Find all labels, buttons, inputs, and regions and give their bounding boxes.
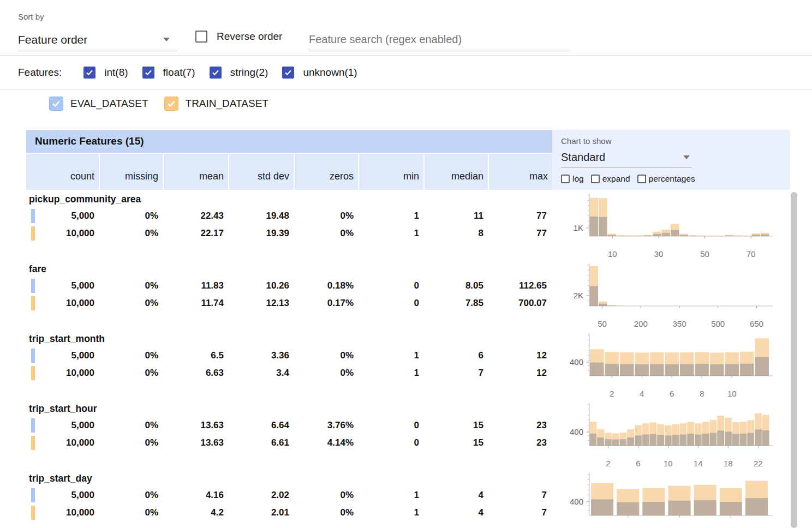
cell-min: 1 (359, 225, 425, 242)
percentages-label: percentages (649, 174, 695, 184)
histogram-pickup_community_area[interactable]: 1K10305070 (552, 192, 790, 262)
cell-min: 1 (359, 347, 425, 364)
chart-to-show-label: Chart to show (561, 136, 790, 146)
feature-type-checkbox-string[interactable] (210, 67, 222, 79)
cell-count: 5,000 (26, 417, 100, 434)
cell-min: 0 (359, 417, 425, 434)
svg-text:10: 10 (727, 389, 737, 398)
svg-text:500: 500 (711, 319, 725, 328)
train-dataset-swatch (31, 296, 35, 310)
column-header-count: count (26, 153, 100, 190)
numeric-features-table-body: pickup_community_area5,0000%22.4319.480%… (26, 192, 552, 528)
feature-block-trip_start_month: trip_start_month5,0000%6.53.360%161210,0… (26, 332, 552, 401)
svg-text:6: 6 (636, 459, 640, 468)
cell-count: 5,000 (26, 277, 100, 295)
cell-zeros: 0% (295, 347, 359, 364)
cell-std-dev: 2.01 (229, 504, 295, 521)
reverse-order-label: Reverse order (217, 31, 282, 43)
cell-count: 10,000 (26, 225, 100, 242)
cell-zeros: 4.14% (295, 434, 359, 452)
table-row-train: 10,0000%22.1719.390%1877 (26, 225, 552, 242)
cell-std-dev: 3.4 (229, 364, 295, 382)
cell-median: 8.05 (425, 277, 489, 295)
feature-name: pickup_community_area (26, 192, 552, 207)
vertical-scrollbar[interactable] (791, 192, 797, 528)
check-icon (211, 68, 220, 77)
svg-text:2K: 2K (574, 291, 583, 300)
dataset-eval: EVAL_DATASET (49, 97, 148, 111)
table-title: Numeric Features (15) (26, 130, 552, 153)
table-row-eval: 5,0000%4.162.020%147 (26, 487, 552, 504)
svg-text:8: 8 (700, 389, 704, 398)
histogram-fare[interactable]: 2K50200350500650 (552, 262, 790, 332)
cell-max: 700.07 (489, 295, 552, 312)
feature-type-label-unknown: unknown(1) (303, 67, 357, 79)
cell-count: 10,000 (26, 434, 100, 452)
cell-missing: 0% (100, 225, 164, 242)
svg-text:10: 10 (664, 459, 673, 468)
cell-min: 1 (359, 504, 425, 521)
svg-text:400: 400 (570, 357, 583, 367)
feature-type-checkbox-float[interactable] (142, 67, 154, 79)
cell-min: 1 (359, 207, 425, 225)
feature-type-checkbox-int[interactable] (83, 67, 95, 79)
eval-dataset-swatch (31, 418, 35, 433)
sort-by-value: Feature order (18, 33, 87, 46)
cell-count: 5,000 (26, 347, 100, 364)
dataset-checkbox-train[interactable] (164, 97, 178, 111)
column-header-row: count missing mean std dev zeros min med… (26, 153, 552, 190)
feature-block-pickup_community_area: pickup_community_area5,0000%22.4319.480%… (26, 192, 552, 262)
cell-zeros: 0.17% (295, 295, 359, 312)
svg-text:14: 14 (694, 459, 703, 468)
histogram-trip_start_day[interactable]: 400246 (552, 471, 790, 528)
cell-median: 7.85 (425, 295, 489, 312)
reverse-order-checkbox[interactable] (195, 31, 207, 43)
histogram-svg-fare: 2K50200350500650 (552, 262, 790, 332)
cell-count: 5,000 (26, 487, 100, 504)
cell-std-dev: 12.13 (229, 295, 295, 312)
feature-block-trip_start_hour: trip_start_hour5,0000%13.636.643.76%0152… (26, 401, 552, 471)
feature-search-input[interactable] (309, 28, 571, 51)
cell-zeros: 0% (295, 207, 359, 225)
dataset-legend: EVAL_DATASET TRAIN_DATASET (49, 91, 268, 117)
cell-max: 112.65 (489, 277, 552, 295)
histogram-svg-trip_start_month: 400246810 (552, 332, 790, 401)
percentages-checkbox[interactable] (637, 175, 646, 183)
svg-text:2: 2 (610, 389, 614, 398)
sort-by-select[interactable]: Feature order (18, 28, 177, 51)
cell-min: 0 (359, 434, 425, 452)
column-header-zeros: zeros (295, 153, 359, 190)
cell-mean: 6.5 (164, 347, 229, 364)
sort-by-label: Sort by (18, 12, 44, 21)
dataset-checkbox-eval[interactable] (49, 97, 63, 111)
cell-missing: 0% (100, 207, 164, 225)
cell-zeros: 3.76% (295, 417, 359, 434)
cell-max: 23 (489, 417, 552, 434)
feature-name: trip_start_month (26, 332, 552, 347)
table-row-train: 10,0000%11.7412.130.17%07.85700.07 (26, 295, 552, 312)
expand-checkbox[interactable] (591, 175, 600, 183)
histogram-svg-trip_start_hour: 4002610141822 (552, 401, 790, 471)
cell-std-dev: 6.61 (229, 434, 295, 452)
column-header-stddev: std dev (229, 153, 295, 190)
dataset-label-eval: EVAL_DATASET (70, 98, 148, 110)
feature-name: trip_start_hour (26, 401, 552, 417)
feature-type-checkbox-unknown[interactable] (282, 67, 294, 79)
chart-type-select[interactable]: Standard (561, 148, 692, 167)
train-dataset-swatch (31, 506, 35, 520)
svg-text:18: 18 (724, 459, 733, 468)
cell-min: 1 (359, 364, 425, 382)
cell-max: 12 (489, 347, 552, 364)
toolbar: Sort by Feature order Reverse order (0, 0, 812, 56)
cell-median: 15 (425, 417, 489, 434)
histogram-trip_start_hour[interactable]: 4002610141822 (552, 401, 790, 471)
dataset-label-train: TRAIN_DATASET (186, 98, 268, 110)
histogram-trip_start_month[interactable]: 400246810 (552, 332, 790, 401)
chart-to-show-panel: Chart to show Standard log expand percen… (552, 130, 790, 190)
log-checkbox[interactable] (561, 175, 570, 183)
cell-mean: 22.43 (164, 207, 229, 225)
histogram-svg-pickup_community_area: 1K10305070 (552, 192, 790, 262)
svg-text:350: 350 (672, 319, 686, 328)
svg-text:6: 6 (670, 389, 674, 398)
svg-text:2: 2 (606, 459, 610, 468)
